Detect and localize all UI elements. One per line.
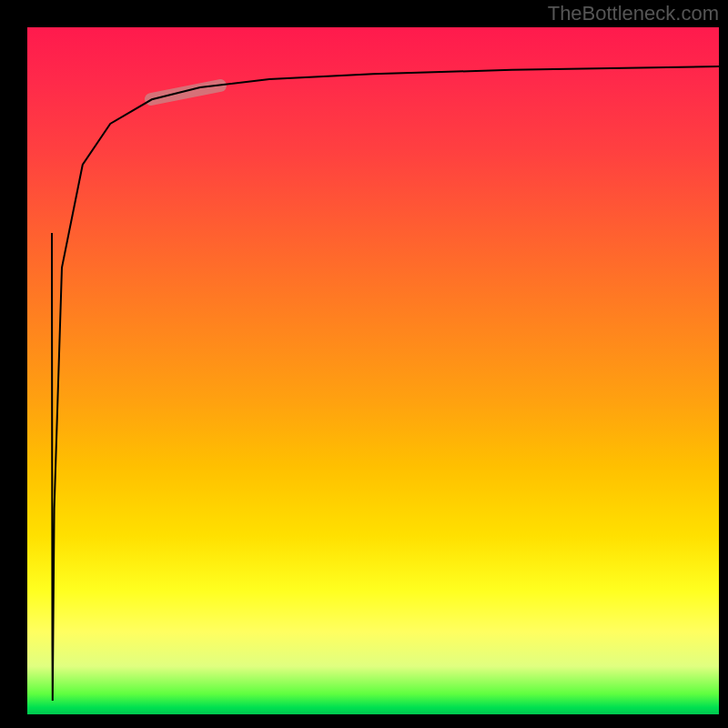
chart-plot-area bbox=[27, 27, 719, 714]
chart-svg bbox=[27, 27, 719, 714]
curve-path bbox=[52, 66, 719, 701]
watermark-text: TheBottleneck.com bbox=[548, 2, 719, 25]
